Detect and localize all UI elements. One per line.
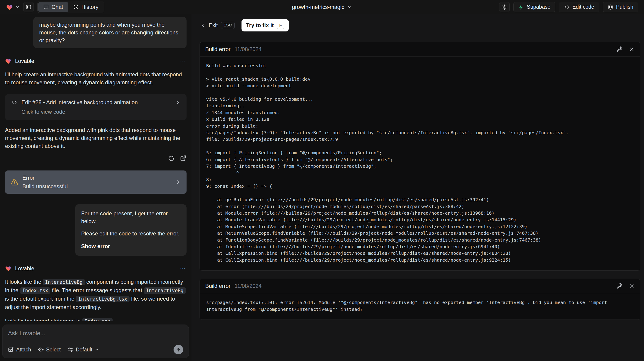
chevron-down-icon <box>95 348 99 352</box>
assistant-name: Lovable <box>15 265 34 272</box>
publish-label: Publish <box>616 4 633 10</box>
refresh-icon[interactable] <box>168 155 175 162</box>
f-key-badge: F <box>277 22 284 29</box>
tab-chat-label: Chat <box>52 4 63 10</box>
tab-history[interactable]: History <box>68 2 104 12</box>
chevron-right-icon <box>175 100 180 105</box>
project-name: growth-metrics-magic <box>292 4 344 10</box>
project-chevron-down-icon <box>348 5 352 9</box>
code-brackets-icon <box>564 4 570 10</box>
exit-label: Exit <box>209 22 218 28</box>
error-card-subtitle: Build unsuccessful <box>22 183 171 190</box>
chat-history-tab-group: Chat History <box>38 1 104 13</box>
build-error-title: Build error <box>205 283 230 289</box>
try-to-fix-button[interactable]: Try to fix it F <box>242 19 289 31</box>
assistant-message: I'll help create an interactive backgrou… <box>5 70 186 86</box>
arrow-up-icon <box>176 347 181 352</box>
chat-panel: maybe diagramming points and when you mo… <box>0 14 191 361</box>
assistant-message-header: Lovable ⋯ <box>5 265 186 272</box>
composer: Ask Lovable... Attach Select <box>2 325 189 358</box>
assistant-message-header: Lovable ⋯ <box>5 57 186 64</box>
close-icon[interactable] <box>629 46 635 52</box>
lovable-heart-icon <box>6 3 14 11</box>
composer-area: Ask Lovable... Attach Select <box>0 321 191 361</box>
select-label: Select <box>46 347 61 353</box>
sidebar-toggle-button[interactable] <box>23 2 34 12</box>
gear-icon <box>502 4 508 10</box>
error-review-panel: Exit ESC Try to fix it F Build error 11/… <box>191 14 644 361</box>
chat-bubble-icon <box>43 4 49 10</box>
build-error-header: Build error 11/08/2024 <box>200 279 640 293</box>
project-switcher[interactable]: growth-metrics-magic <box>292 0 352 14</box>
select-button[interactable]: Select <box>38 347 61 353</box>
sliders-icon <box>68 347 74 353</box>
edit-code-label: Edit code <box>572 4 594 10</box>
try-to-fix-label: Try to fix it <box>246 22 274 28</box>
build-log[interactable]: src/pages/Index.tsx(7,10): error TS2614:… <box>206 299 634 313</box>
fix-bar: Exit ESC Try to fix it F <box>191 14 644 36</box>
chat-mode-dropdown[interactable]: Default <box>68 347 99 353</box>
history-clock-icon <box>73 4 79 10</box>
exit-button[interactable]: Exit ESC <box>200 22 235 29</box>
edit-card-title: Edit #28 • Add interactive background an… <box>22 99 138 105</box>
chat-input[interactable]: Ask Lovable... <box>8 330 183 339</box>
user-message: For the code present, I get the error be… <box>75 204 186 256</box>
chevron-right-icon <box>175 179 181 185</box>
code-brackets-icon <box>11 99 17 105</box>
user-message-line: For the code present, I get the error be… <box>81 210 180 225</box>
supabase-button[interactable]: Supabase <box>513 2 555 12</box>
open-external-icon[interactable] <box>180 155 186 162</box>
tab-chat[interactable]: Chat <box>38 2 68 12</box>
user-message-line: Please edit the code to resolve the erro… <box>81 230 180 238</box>
publish-button[interactable]: Publish <box>603 2 638 12</box>
lovable-app: Chat History growth-metrics-magic <box>0 0 644 361</box>
send-button[interactable] <box>174 345 183 355</box>
attach-button[interactable]: Attach <box>8 347 31 353</box>
logo-chevron-down-icon <box>16 5 20 9</box>
wrench-icon[interactable] <box>616 46 622 52</box>
chevron-left-icon <box>200 23 206 28</box>
lovable-logo-menu[interactable] <box>6 3 20 11</box>
build-error-date: 11/08/2024 <box>235 46 262 52</box>
build-error-panel-1: Build error 11/08/2024 Build was unsucce… <box>200 42 640 271</box>
lovable-heart-icon <box>5 265 12 272</box>
more-options-icon[interactable]: ⋯ <box>180 265 186 272</box>
assistant-name: Lovable <box>15 58 34 64</box>
warning-triangle-icon <box>10 178 18 186</box>
edit-card-28[interactable]: Edit #28 • Add interactive background an… <box>5 94 186 120</box>
attach-image-icon <box>8 347 14 353</box>
build-error-card[interactable]: Error Build unsuccessful <box>5 170 186 194</box>
select-target-icon <box>38 347 44 353</box>
topbar: Chat History growth-metrics-magic <box>0 0 644 14</box>
build-error-header: Build error 11/08/2024 <box>200 42 640 56</box>
build-error-title: Build error <box>205 46 230 52</box>
wrench-icon[interactable] <box>616 283 622 289</box>
assistant-message-rich: It looks like the InteractiveBg componen… <box>5 278 186 311</box>
lovable-heart-icon <box>5 58 12 64</box>
edit-card-subtitle: Click to view code <box>22 109 180 115</box>
error-card-title: Error <box>22 175 171 181</box>
build-error-date: 11/08/2024 <box>235 283 262 289</box>
attach-label: Attach <box>16 347 31 353</box>
show-error-link[interactable]: Show error <box>81 243 180 250</box>
message-actions <box>5 155 186 162</box>
build-error-panel-2: Build error 11/08/2024 src/pages/Index.t… <box>200 279 640 320</box>
settings-button[interactable] <box>499 2 510 12</box>
esc-key-badge: ESC <box>221 22 235 29</box>
assistant-message: Added an interactive background with pin… <box>5 126 186 150</box>
more-options-icon[interactable]: ⋯ <box>180 57 186 64</box>
supabase-label: Supabase <box>527 4 550 10</box>
edit-code-button[interactable]: Edit code <box>559 2 599 12</box>
user-message: maybe diagramming points and when you mo… <box>33 17 186 48</box>
close-icon[interactable] <box>629 283 635 289</box>
chat-scroll-area[interactable]: maybe diagramming points and when you mo… <box>0 14 191 361</box>
tab-history-label: History <box>82 4 98 10</box>
build-log[interactable]: Build was unsuccessful > vite_react_shad… <box>206 62 634 264</box>
build-errors-list: Build error 11/08/2024 Build was unsucce… <box>191 36 644 320</box>
globe-icon <box>608 4 614 10</box>
sidebar-panel-icon <box>26 4 32 10</box>
supabase-bolt-icon <box>518 4 524 10</box>
chat-mode-label: Default <box>76 347 92 353</box>
